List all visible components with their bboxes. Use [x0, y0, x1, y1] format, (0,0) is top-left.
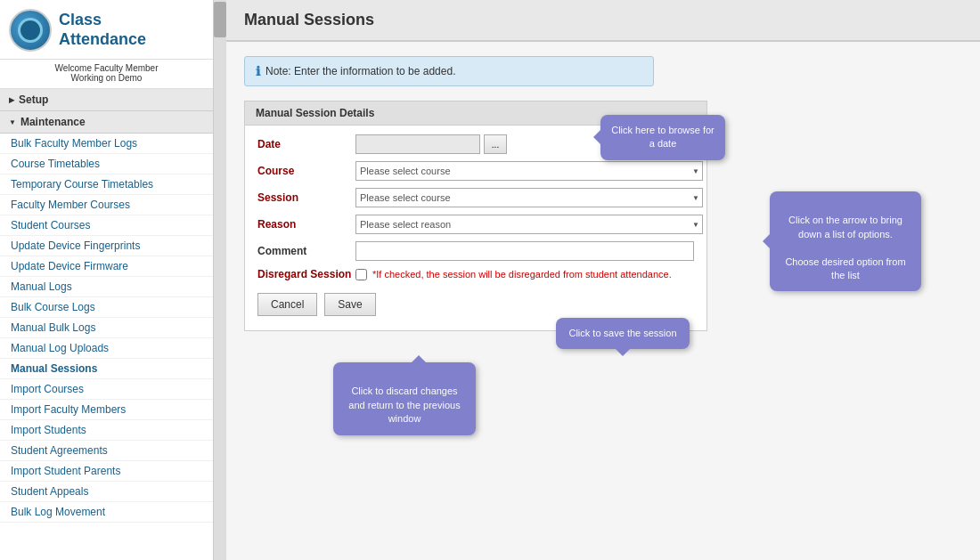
course-row: Course Please select course	[257, 161, 694, 181]
page-title: Manual Sessions	[244, 11, 962, 29]
nav-section: ▶ Setup ▼ Maintenance Bulk Faculty Membe…	[0, 89, 213, 560]
sidebar: Class Attendance Welcome Faculty Member …	[0, 0, 214, 560]
disregard-checkbox[interactable]	[355, 269, 367, 280]
course-select[interactable]: Please select course	[355, 161, 703, 181]
comment-label: Comment	[257, 245, 355, 257]
main-content: Manual Sessions ℹ Note: Enter the inform…	[226, 0, 980, 560]
scrollbar[interactable]	[214, 0, 226, 560]
sidebar-item-import-parents[interactable]: Import Student Parents	[0, 461, 213, 482]
info-text: Note: Enter the information to be added.	[265, 65, 455, 77]
sidebar-item-manual-bulk-logs[interactable]: Manual Bulk Logs	[0, 318, 213, 338]
maintenance-arrow-icon: ▼	[9, 118, 16, 126]
setup-group[interactable]: ▶ Setup	[0, 89, 213, 111]
sidebar-item-bulk-course-logs[interactable]: Bulk Course Logs	[0, 297, 213, 318]
maintenance-group[interactable]: ▼ Maintenance	[0, 111, 213, 134]
sidebar-item-manual-logs[interactable]: Manual Logs	[0, 277, 213, 297]
sidebar-item-manual-sessions[interactable]: Manual Sessions	[0, 359, 213, 379]
disregard-label: Disregard Session	[257, 268, 355, 280]
sidebar-item-update-firmware[interactable]: Update Device Firmware	[0, 256, 213, 277]
sidebar-item-update-fingerprints[interactable]: Update Device Fingerprints	[0, 236, 213, 256]
sidebar-item-temp-timetables[interactable]: Temporary Course Timetables	[0, 174, 213, 195]
date-input[interactable]	[355, 134, 480, 154]
disregard-note: *If checked, the session will be disrega…	[372, 269, 672, 280]
tooltip-save: Click to save the session	[556, 318, 690, 349]
main-body: ℹ Note: Enter the information to be adde…	[226, 42, 980, 345]
setup-arrow-icon: ▶	[9, 96, 14, 104]
tooltip-cancel: Click to discard changes and return to t…	[333, 362, 476, 435]
comment-row: Comment	[257, 241, 694, 261]
button-row: Cancel Save	[257, 293, 694, 316]
tooltip-cancel-text: Click to discard changes and return to t…	[348, 386, 460, 424]
reason-select[interactable]: Please select reason	[355, 215, 703, 234]
save-button[interactable]: Save	[324, 293, 375, 316]
reason-label: Reason	[257, 218, 355, 231]
sidebar-item-student-agreements[interactable]: Student Agreements	[0, 441, 213, 461]
scrollbar-thumb[interactable]	[214, 2, 226, 37]
app-logo	[9, 9, 52, 52]
sidebar-item-course-timetables[interactable]: Course Timetables	[0, 154, 213, 174]
sidebar-item-bulk-log-movement[interactable]: Bulk Log Movement	[0, 502, 213, 523]
reason-row: Reason Please select reason	[257, 215, 694, 234]
sidebar-item-student-courses[interactable]: Student Courses	[0, 215, 213, 236]
app-header: Class Attendance	[0, 0, 213, 60]
sidebar-item-manual-log-uploads[interactable]: Manual Log Uploads	[0, 338, 213, 359]
session-row: Session Please select course	[257, 188, 694, 207]
sidebar-item-faculty-courses[interactable]: Faculty Member Courses	[0, 195, 213, 215]
sidebar-item-import-students[interactable]: Import Students	[0, 420, 213, 441]
course-label: Course	[257, 165, 355, 177]
app-title: Class Attendance	[59, 11, 146, 49]
info-bar: ℹ Note: Enter the information to be adde…	[244, 56, 654, 86]
tooltip-dropdown-text: Click on the arrow to bring down a list …	[785, 215, 905, 280]
course-select-wrapper: Please select course	[355, 161, 703, 181]
page-header: Manual Sessions	[226, 0, 980, 42]
welcome-text: Welcome Faculty Member Working on Demo	[0, 60, 213, 89]
date-input-group: ...	[355, 134, 507, 154]
session-label: Session	[257, 191, 355, 204]
tooltip-dropdown: Click on the arrow to bring down a list …	[770, 191, 921, 291]
reason-select-wrapper: Please select reason	[355, 215, 703, 234]
info-icon: ℹ	[256, 64, 260, 78]
tooltip-date: Click here to browse for a date	[600, 115, 725, 160]
session-select[interactable]: Please select course	[355, 188, 703, 207]
date-label: Date	[257, 138, 355, 150]
disregard-row: Disregard Session *If checked, the sessi…	[257, 268, 694, 280]
sidebar-item-import-faculty[interactable]: Import Faculty Members	[0, 400, 213, 420]
browse-date-button[interactable]: ...	[484, 134, 507, 154]
comment-input[interactable]	[355, 241, 694, 261]
sidebar-item-bulk-faculty[interactable]: Bulk Faculty Member Logs	[0, 134, 213, 154]
sidebar-item-student-appeals[interactable]: Student Appeals	[0, 482, 213, 502]
sidebar-item-import-courses[interactable]: Import Courses	[0, 379, 213, 400]
session-select-wrapper: Please select course	[355, 188, 703, 207]
cancel-button[interactable]: Cancel	[257, 293, 317, 316]
